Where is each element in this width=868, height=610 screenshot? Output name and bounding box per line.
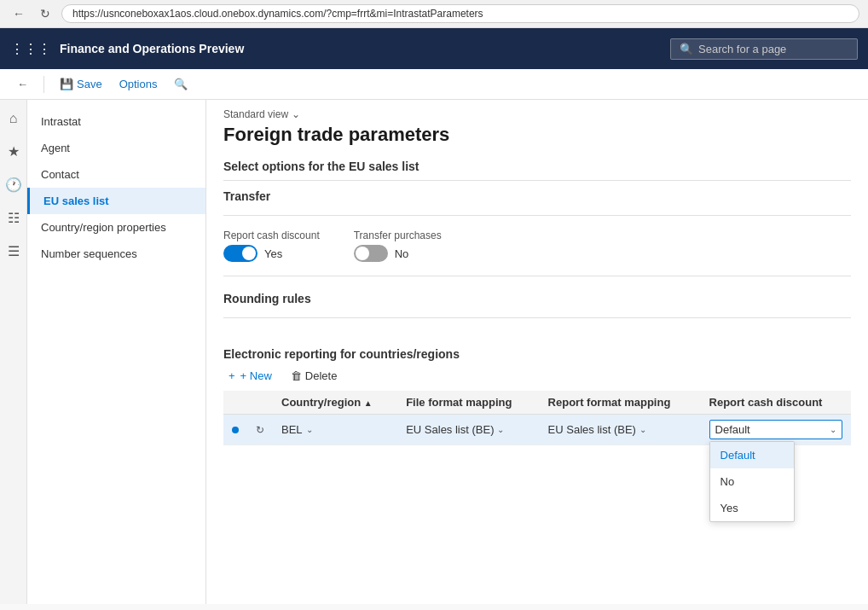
left-nav: Intrastat Agent Contact EU sales list Co… [27,100,206,604]
sort-icon[interactable]: ▲ [364,398,373,408]
standard-view-selector[interactable]: Standard view ⌄ [223,108,851,120]
report-cash-discount-toggle-row: Yes [223,245,320,262]
cash-discount-value: Default [715,423,750,436]
side-panel: ⌂ ★ 🕐 ☷ ☰ [0,100,27,604]
transfer-fields: Report cash discount Yes Transfer purcha… [223,223,851,269]
divider-3 [223,317,851,318]
divider-1 [223,215,851,216]
chevron-down-icon: ⌄ [292,108,300,120]
back-nav-button[interactable]: ← [12,74,33,94]
main-layout: ⌂ ★ 🕐 ☷ ☰ Intrastat Agent Contact EU sal… [0,100,868,604]
history-icon[interactable]: 🕐 [1,172,26,197]
home-icon[interactable]: ⌂ [5,107,22,131]
options-button[interactable]: Options [114,74,163,94]
nav-item-agent[interactable]: Agent [27,135,205,161]
transfer-purchases-label: Transfer purchases [354,229,442,241]
nav-item-country-region[interactable]: Country/region properties [27,214,205,241]
section-title: Select options for the EU sales list [223,160,851,181]
dropdown-option-no[interactable]: No [710,468,794,495]
grid-nav-icon[interactable]: ☷ [3,206,24,230]
delete-button[interactable]: 🗑 Delete [286,366,343,386]
row-report-format: EU Sales list (BE) ⌄ [540,415,701,445]
content-wrapper: Intrastat Agent Contact EU sales list Co… [27,100,868,604]
nav-item-number-sequences[interactable]: Number sequences [27,241,205,267]
row-radio-cell[interactable] [223,415,247,445]
toolbar: ← 💾 Save Options 🔍 [0,69,868,100]
search-bar[interactable]: 🔍 Search for a page [670,38,858,60]
browser-bar: ← ↻ https://usnconeboxax1aos.cloud.onebo… [0,0,868,28]
cash-discount-dropdown-wrapper: Default ⌄ Default No Yes [709,420,842,439]
col-cash-discount: Report cash discount [701,391,851,415]
nav-item-contact[interactable]: Contact [27,161,205,188]
plus-icon: + [229,369,235,382]
report-cash-discount-value: Yes [264,247,282,260]
electronic-reporting-title: Electronic reporting for countries/regio… [223,339,851,366]
top-bar: ⋮⋮⋮ Finance and Operations Preview 🔍 Sea… [0,28,868,69]
file-format-chevron-icon[interactable]: ⌄ [497,425,504,434]
dropdown-option-yes[interactable]: Yes [710,495,794,521]
section-header: Select options for the EU sales list Tra… [206,151,868,339]
grid-icon[interactable]: ⋮⋮⋮ [10,41,51,57]
refresh-row-icon: ↻ [256,424,264,436]
nav-item-intrastat[interactable]: Intrastat [27,108,205,135]
search-toolbar-button[interactable]: 🔍 [169,74,193,94]
save-icon: 💾 [60,78,73,90]
cash-discount-dropdown[interactable]: Default ⌄ [709,420,842,439]
list-icon[interactable]: ☰ [3,239,24,264]
col-radio [223,391,247,415]
star-icon[interactable]: ★ [3,139,24,164]
dropdown-arrow-icon: ⌄ [830,425,836,434]
report-cash-discount-toggle[interactable] [223,245,258,262]
transfer-purchases-group: Transfer purchases No [354,229,442,262]
dropdown-option-default[interactable]: Default [710,442,794,468]
save-button[interactable]: 💾 Save [55,74,107,94]
report-cash-discount-group: Report cash discount Yes [223,229,320,262]
delete-icon: 🗑 [291,369,302,382]
table-toolbar: + + New 🗑 Delete [223,366,851,386]
transfer-purchases-value: No [395,247,409,260]
col-country: Country/region ▲ [273,391,397,415]
transfer-purchases-toggle[interactable] [354,245,388,262]
electronic-reporting-table: Country/region ▲ File format mapping Rep… [223,391,851,445]
col-report-format: Report format mapping [540,391,701,415]
transfer-purchases-toggle-row: No [354,245,442,262]
row-refresh-cell[interactable]: ↻ [247,415,273,445]
app-title: Finance and Operations Preview [60,42,662,55]
table-row: ↻ BEL ⌄ EU Sales list (BE) [223,415,851,445]
toolbar-separator [43,76,44,93]
report-cash-discount-label: Report cash discount [223,229,320,241]
search-toolbar-icon: 🔍 [174,78,188,90]
refresh-button[interactable]: ↻ [36,5,55,22]
report-format-chevron-icon[interactable]: ⌄ [639,425,646,434]
url-bar[interactable]: https://usnconeboxax1aos.cloud.onebox.dy… [61,4,859,23]
new-button[interactable]: + + New [223,366,277,386]
row-file-format: EU Sales list (BE) ⌄ [397,415,539,445]
transfer-title: Transfer [223,181,851,208]
electronic-reporting-section: Electronic reporting for countries/regio… [206,339,868,462]
row-country: BEL ⌄ [273,415,397,445]
country-chevron-icon[interactable]: ⌄ [306,425,313,434]
row-selected-marker [232,427,239,433]
page-area: Standard view ⌄ Foreign trade parameters… [206,100,868,604]
page-header: Standard view ⌄ Foreign trade parameters [206,100,868,151]
page-title: Foreign trade parameters [223,124,851,146]
rounding-rules-title: Rounding rules [223,283,851,311]
back-button[interactable]: ← [9,5,29,22]
search-placeholder: Search for a page [698,43,786,55]
row-cash-discount-cell: Default ⌄ Default No Yes [701,415,851,445]
nav-item-eu-sales-list[interactable]: EU sales list [27,188,205,214]
divider-2 [223,276,851,276]
search-icon: 🔍 [680,43,693,55]
col-file-format: File format mapping [397,391,539,415]
col-refresh [247,391,273,415]
cash-discount-popup: Default No Yes [709,441,795,522]
